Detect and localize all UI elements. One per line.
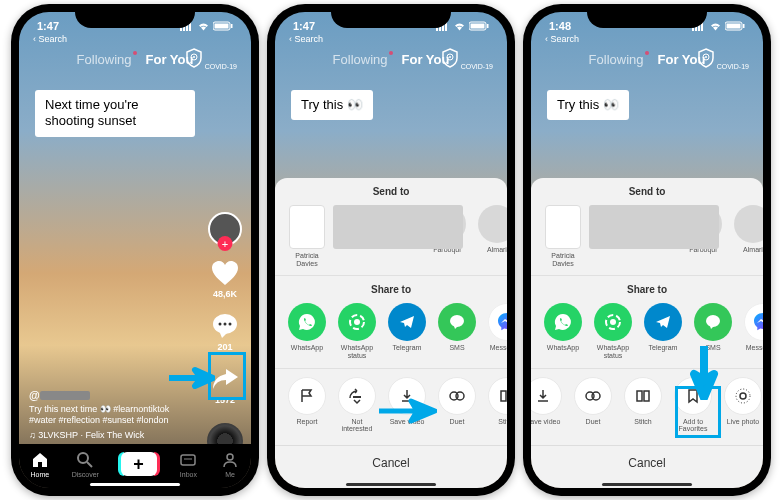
home-indicator[interactable]: [602, 483, 692, 486]
video-info: @ Try this next time 👀 #learnontiktok #w…: [29, 389, 191, 440]
contact-item[interactable]: Patricia Davies: [287, 205, 327, 267]
back-search[interactable]: ‹ Search: [545, 34, 579, 44]
svg-rect-5: [215, 24, 229, 29]
tab-following[interactable]: Following: [589, 52, 644, 67]
back-search[interactable]: ‹ Search: [289, 34, 323, 44]
svg-point-27: [354, 319, 360, 325]
heart-icon: [211, 260, 239, 286]
annotation-arrow-icon: [687, 344, 721, 400]
tab-bar: Home Discover + Inbox Me: [19, 444, 251, 488]
redacted-area: [333, 205, 463, 249]
duet-icon: [574, 377, 612, 415]
search-icon: [76, 451, 94, 469]
svg-line-14: [87, 462, 92, 467]
tab-discover[interactable]: Discover: [72, 450, 99, 478]
svg-rect-47: [637, 391, 642, 401]
svg-point-16: [227, 454, 233, 460]
svg-rect-15: [181, 455, 195, 465]
share-telegram[interactable]: Telegram: [643, 303, 683, 359]
svg-point-10: [219, 323, 222, 326]
action-stitch[interactable]: Stitch: [487, 377, 507, 433]
covid-badge[interactable]: COVID-19: [185, 48, 237, 70]
tab-home[interactable]: Home: [30, 450, 50, 478]
music-info[interactable]: ♫ 3LVKSHP · Felix The Wick: [29, 430, 191, 440]
person-icon: [221, 451, 239, 469]
share-whatsapp[interactable]: WhatsApp: [543, 303, 583, 359]
tab-me[interactable]: Me: [220, 450, 240, 478]
svg-rect-22: [471, 24, 485, 29]
like-button[interactable]: 48,6K: [210, 258, 240, 299]
phone-1: 1:47 ‹ Search Following For You COVID-19…: [11, 4, 259, 496]
share-sms[interactable]: SMS: [437, 303, 477, 359]
status-time: 1:47: [293, 20, 315, 32]
video-caption: Next time you're shooting sunset: [35, 90, 195, 137]
notch: [331, 4, 451, 28]
cancel-button[interactable]: Cancel: [531, 445, 763, 480]
tab-following[interactable]: Following: [77, 52, 132, 67]
duet-icon: [438, 377, 476, 415]
action-not-interested[interactable]: Not interested: [337, 377, 377, 433]
svg-point-46: [592, 392, 600, 400]
tab-following[interactable]: Following: [333, 52, 388, 67]
wifi-icon: [197, 22, 210, 31]
cancel-button[interactable]: Cancel: [275, 445, 507, 480]
create-button[interactable]: +: [121, 452, 157, 476]
whatsapp-icon: [288, 303, 326, 341]
action-duet[interactable]: Duet: [573, 377, 613, 433]
status-time: 1:47: [37, 20, 59, 32]
action-save-video[interactable]: Save video: [531, 377, 563, 433]
contact-item[interactable]: Patricia Davies: [543, 205, 583, 267]
video-caption: Try this 👀: [547, 90, 629, 120]
svg-point-25: [449, 56, 451, 58]
stitch-icon: [624, 377, 662, 415]
svg-point-8: [193, 56, 195, 58]
shareto-title: Share to: [275, 284, 507, 295]
share-whatsapp-status[interactable]: WhatsApp status: [593, 303, 633, 359]
annotation-arrow-icon: [167, 364, 215, 392]
contact-item[interactable]: Almari: [733, 205, 763, 267]
share-messenger[interactable]: Messenger: [743, 303, 763, 359]
action-bar: 48,6K 201 1572: [207, 212, 243, 459]
video-description: Try this next time 👀 #learnontiktok #wat…: [29, 404, 191, 427]
back-search[interactable]: ‹ Search: [33, 34, 67, 44]
svg-point-13: [78, 453, 88, 463]
contact-item[interactable]: Almari: [477, 205, 507, 267]
covid-badge[interactable]: COVID-19: [697, 48, 749, 70]
sms-icon: [438, 303, 476, 341]
video-caption: Try this 👀: [291, 90, 373, 120]
svg-rect-48: [644, 391, 649, 401]
home-indicator[interactable]: [90, 483, 180, 486]
share-whatsapp[interactable]: WhatsApp: [287, 303, 327, 359]
action-stitch[interactable]: Stitch: [623, 377, 663, 433]
action-report[interactable]: Report: [287, 377, 327, 433]
comment-button[interactable]: 201: [210, 311, 240, 352]
contact-avatar: [478, 205, 507, 243]
phone-3: 1:48 ‹ Search Following For You COVID-19…: [523, 4, 771, 496]
home-indicator[interactable]: [346, 483, 436, 486]
svg-rect-23: [487, 24, 489, 28]
svg-point-12: [229, 323, 232, 326]
battery-icon: [213, 21, 233, 31]
share-sheet: Send to Patricia Davies Farooqui Almari …: [275, 178, 507, 488]
share-telegram[interactable]: Telegram: [387, 303, 427, 359]
svg-rect-39: [743, 24, 745, 28]
share-messenger[interactable]: Messenger: [487, 303, 507, 359]
action-live-photo[interactable]: Live photo: [723, 377, 763, 433]
creator-avatar[interactable]: [208, 212, 242, 246]
svg-rect-31: [501, 391, 506, 401]
covid-badge[interactable]: COVID-19: [441, 48, 493, 70]
tab-inbox[interactable]: Inbox: [178, 450, 198, 478]
action-duet[interactable]: Duet: [437, 377, 477, 433]
comment-icon: [212, 313, 238, 339]
share-whatsapp-status[interactable]: WhatsApp status: [337, 303, 377, 359]
svg-point-30: [456, 392, 464, 400]
svg-rect-38: [727, 24, 741, 29]
screen: 1:48 ‹ Search Following For You COVID-19…: [531, 12, 763, 488]
whatsapp-status-icon: [338, 303, 376, 341]
svg-point-11: [224, 323, 227, 326]
inbox-icon: [179, 451, 197, 469]
svg-rect-6: [231, 24, 233, 28]
sendto-title: Send to: [275, 186, 507, 197]
home-icon: [31, 451, 49, 469]
screen: 1:47 ‹ Search Following For You COVID-19…: [19, 12, 251, 488]
